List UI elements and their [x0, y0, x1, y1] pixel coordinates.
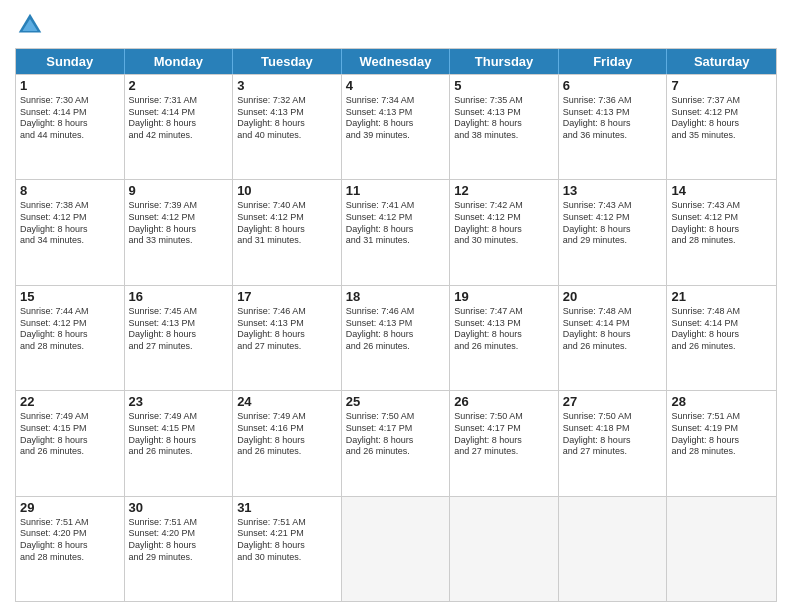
cell-info-line: Daylight: 8 hours [129, 329, 229, 341]
cell-info-line: Sunset: 4:17 PM [454, 423, 554, 435]
calendar-header: SundayMondayTuesdayWednesdayThursdayFrid… [16, 49, 776, 74]
calendar-row-4: 22Sunrise: 7:49 AMSunset: 4:15 PMDayligh… [16, 390, 776, 495]
cell-info-line: Sunrise: 7:48 AM [671, 306, 772, 318]
calendar-row-3: 15Sunrise: 7:44 AMSunset: 4:12 PMDayligh… [16, 285, 776, 390]
cell-info-line: Daylight: 8 hours [454, 329, 554, 341]
cell-info-line: Daylight: 8 hours [129, 435, 229, 447]
cell-info-line: Sunrise: 7:50 AM [454, 411, 554, 423]
cell-info-line: Sunrise: 7:36 AM [563, 95, 663, 107]
day-cell-23: 23Sunrise: 7:49 AMSunset: 4:15 PMDayligh… [125, 391, 234, 495]
day-number: 23 [129, 394, 229, 409]
cell-info-line: and 33 minutes. [129, 235, 229, 247]
empty-cell [342, 497, 451, 601]
empty-cell [559, 497, 668, 601]
day-cell-2: 2Sunrise: 7:31 AMSunset: 4:14 PMDaylight… [125, 75, 234, 179]
cell-info-line: Daylight: 8 hours [20, 329, 120, 341]
cell-info-line: and 26 minutes. [454, 341, 554, 353]
day-number: 12 [454, 183, 554, 198]
cell-info-line: Daylight: 8 hours [671, 118, 772, 130]
cell-info-line: Sunrise: 7:48 AM [563, 306, 663, 318]
day-cell-30: 30Sunrise: 7:51 AMSunset: 4:20 PMDayligh… [125, 497, 234, 601]
cell-info-line: Sunrise: 7:47 AM [454, 306, 554, 318]
cell-info-line: Sunset: 4:15 PM [20, 423, 120, 435]
day-number: 20 [563, 289, 663, 304]
cell-info-line: and 36 minutes. [563, 130, 663, 142]
cell-info-line: Sunrise: 7:39 AM [129, 200, 229, 212]
cell-info-line: Sunset: 4:12 PM [454, 212, 554, 224]
cell-info-line: and 31 minutes. [237, 235, 337, 247]
header [15, 10, 777, 40]
cell-info-line: Sunrise: 7:42 AM [454, 200, 554, 212]
day-number: 29 [20, 500, 120, 515]
day-cell-10: 10Sunrise: 7:40 AMSunset: 4:12 PMDayligh… [233, 180, 342, 284]
cell-info-line: Sunset: 4:12 PM [671, 107, 772, 119]
cell-info-line: Sunset: 4:14 PM [129, 107, 229, 119]
calendar-row-1: 1Sunrise: 7:30 AMSunset: 4:14 PMDaylight… [16, 74, 776, 179]
cell-info-line: and 26 minutes. [346, 446, 446, 458]
cell-info-line: Daylight: 8 hours [346, 224, 446, 236]
day-number: 14 [671, 183, 772, 198]
cell-info-line: Sunrise: 7:40 AM [237, 200, 337, 212]
cell-info-line: Sunset: 4:13 PM [454, 318, 554, 330]
cell-info-line: Daylight: 8 hours [671, 224, 772, 236]
day-header-friday: Friday [559, 49, 668, 74]
cell-info-line: Daylight: 8 hours [237, 435, 337, 447]
day-cell-20: 20Sunrise: 7:48 AMSunset: 4:14 PMDayligh… [559, 286, 668, 390]
cell-info-line: and 31 minutes. [346, 235, 446, 247]
day-number: 19 [454, 289, 554, 304]
day-number: 16 [129, 289, 229, 304]
cell-info-line: Daylight: 8 hours [454, 118, 554, 130]
calendar: SundayMondayTuesdayWednesdayThursdayFrid… [15, 48, 777, 602]
cell-info-line: Sunset: 4:12 PM [20, 212, 120, 224]
cell-info-line: Sunrise: 7:35 AM [454, 95, 554, 107]
cell-info-line: Sunrise: 7:49 AM [129, 411, 229, 423]
day-header-thursday: Thursday [450, 49, 559, 74]
day-number: 22 [20, 394, 120, 409]
day-header-wednesday: Wednesday [342, 49, 451, 74]
cell-info-line: Sunrise: 7:45 AM [129, 306, 229, 318]
day-cell-18: 18Sunrise: 7:46 AMSunset: 4:13 PMDayligh… [342, 286, 451, 390]
day-number: 5 [454, 78, 554, 93]
cell-info-line: and 27 minutes. [563, 446, 663, 458]
cell-info-line: and 26 minutes. [20, 446, 120, 458]
day-cell-3: 3Sunrise: 7:32 AMSunset: 4:13 PMDaylight… [233, 75, 342, 179]
day-number: 2 [129, 78, 229, 93]
day-cell-24: 24Sunrise: 7:49 AMSunset: 4:16 PMDayligh… [233, 391, 342, 495]
calendar-row-2: 8Sunrise: 7:38 AMSunset: 4:12 PMDaylight… [16, 179, 776, 284]
cell-info-line: Sunrise: 7:34 AM [346, 95, 446, 107]
cell-info-line: Daylight: 8 hours [237, 540, 337, 552]
cell-info-line: Daylight: 8 hours [346, 435, 446, 447]
day-header-monday: Monday [125, 49, 234, 74]
cell-info-line: and 28 minutes. [671, 446, 772, 458]
cell-info-line: Sunrise: 7:50 AM [563, 411, 663, 423]
calendar-row-5: 29Sunrise: 7:51 AMSunset: 4:20 PMDayligh… [16, 496, 776, 601]
logo-icon [15, 10, 45, 40]
day-number: 25 [346, 394, 446, 409]
cell-info-line: Sunrise: 7:30 AM [20, 95, 120, 107]
day-cell-6: 6Sunrise: 7:36 AMSunset: 4:13 PMDaylight… [559, 75, 668, 179]
cell-info-line: Daylight: 8 hours [454, 224, 554, 236]
cell-info-line: Daylight: 8 hours [346, 329, 446, 341]
day-cell-8: 8Sunrise: 7:38 AMSunset: 4:12 PMDaylight… [16, 180, 125, 284]
cell-info-line: Sunset: 4:14 PM [563, 318, 663, 330]
cell-info-line: Sunset: 4:13 PM [454, 107, 554, 119]
cell-info-line: Sunrise: 7:51 AM [237, 517, 337, 529]
cell-info-line: and 26 minutes. [346, 341, 446, 353]
cell-info-line: Sunset: 4:12 PM [237, 212, 337, 224]
cell-info-line: Sunset: 4:13 PM [237, 318, 337, 330]
cell-info-line: Sunset: 4:14 PM [20, 107, 120, 119]
cell-info-line: Daylight: 8 hours [671, 329, 772, 341]
cell-info-line: Sunset: 4:16 PM [237, 423, 337, 435]
day-number: 30 [129, 500, 229, 515]
cell-info-line: Sunrise: 7:31 AM [129, 95, 229, 107]
day-cell-12: 12Sunrise: 7:42 AMSunset: 4:12 PMDayligh… [450, 180, 559, 284]
day-cell-5: 5Sunrise: 7:35 AMSunset: 4:13 PMDaylight… [450, 75, 559, 179]
day-number: 27 [563, 394, 663, 409]
day-header-tuesday: Tuesday [233, 49, 342, 74]
cell-info-line: Sunset: 4:18 PM [563, 423, 663, 435]
cell-info-line: Daylight: 8 hours [563, 224, 663, 236]
cell-info-line: and 38 minutes. [454, 130, 554, 142]
cell-info-line: Sunset: 4:13 PM [129, 318, 229, 330]
cell-info-line: and 39 minutes. [346, 130, 446, 142]
cell-info-line: Sunrise: 7:51 AM [129, 517, 229, 529]
